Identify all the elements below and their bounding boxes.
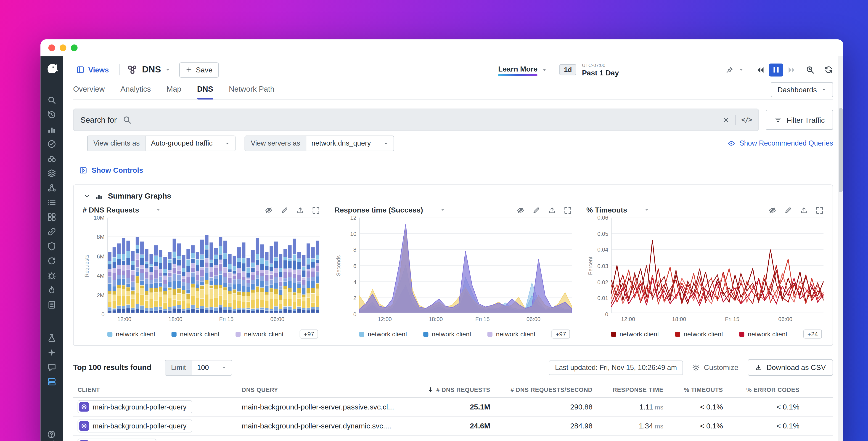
dns-query-cell[interactable]: mongo.default.svc.cluster.local [237,437,423,441]
export-graph-icon[interactable] [548,206,556,214]
legend-item[interactable]: network.client.... [611,331,666,337]
time-shortcut-chip[interactable]: 1d [559,64,576,76]
edit-graph-icon[interactable] [280,206,288,214]
help-icon[interactable] [48,430,56,439]
client-chip[interactable]: chaos-engineering [78,439,156,441]
col-nxdomain[interactable]: % NXDOMAI [804,383,833,397]
tab-overview[interactable]: Overview [73,85,104,99]
cluster-icon[interactable] [47,183,56,192]
chart-title-dropdown[interactable]: % Timeouts [586,206,649,214]
sparkle-icon[interactable] [47,348,56,357]
legend-item[interactable]: network.client.... [423,331,478,337]
search-icon[interactable] [47,95,56,105]
code-query-toggle[interactable]: </> [741,116,752,124]
chart-title-dropdown[interactable]: # DNS Requests [83,206,161,214]
chevron-down-icon[interactable] [739,67,744,72]
export-graph-icon[interactable] [296,206,304,214]
sync-icon[interactable] [47,256,56,265]
filter-traffic-button[interactable]: Filter Traffic [766,110,833,130]
page-title-group[interactable]: DNS [126,64,170,76]
col-error-codes[interactable]: % ERROR CODES [727,383,804,397]
chevron-down-icon[interactable] [644,207,649,212]
chevron-down-icon[interactable] [542,67,547,72]
fullscreen-graph-icon[interactable] [816,206,824,214]
list-icon[interactable] [47,198,56,207]
hide-graph-icon[interactable] [768,206,776,214]
vertical-scrollbar[interactable] [838,56,843,441]
dns-query-cell[interactable]: main-background-poller-server.passive.sv… [237,399,423,415]
window-minimize-button[interactable] [60,44,66,51]
sort-desc-icon[interactable] [427,386,434,393]
chart-plot-area[interactable] [611,217,824,314]
flame-icon[interactable] [47,286,56,295]
zoom-to-time-icon[interactable] [806,65,814,74]
clear-search-icon[interactable] [722,116,730,123]
col-response-time[interactable]: RESPONSE TIME [597,383,668,397]
refresh-icon[interactable] [824,65,833,74]
time-range-picker[interactable]: 1d UTC-07:00 Past 1 Day [555,61,748,78]
window-close-button[interactable] [49,44,55,51]
legend-item[interactable]: network.client.... [236,331,291,337]
views-button[interactable]: Views [73,63,112,76]
hide-graph-icon[interactable] [517,206,524,214]
chart-plot-area[interactable] [107,217,320,314]
legend-item[interactable]: network.client.... [739,331,795,337]
legend-overflow-badge[interactable]: +97 [552,329,570,339]
chevron-down-icon[interactable] [440,207,445,212]
watch-icon[interactable] [47,139,56,148]
limit-select[interactable]: 100 [192,360,231,375]
fast-forward-button[interactable] [787,66,796,74]
sidebar-help[interactable]: Help [46,430,57,441]
fullscreen-graph-icon[interactable] [564,206,571,214]
fullscreen-graph-icon[interactable] [312,206,320,214]
layers-icon[interactable] [47,169,56,178]
save-button[interactable]: Save [180,62,219,77]
show-recommended-queries-link[interactable]: Show Recommended Queries [727,139,833,147]
export-graph-icon[interactable] [800,206,808,214]
legend-overflow-badge[interactable]: +24 [804,329,822,339]
summary-graphs-header[interactable]: Summary Graphs [84,192,824,200]
window-zoom-button[interactable] [71,44,78,51]
dns-query-cell[interactable]: main-background-poller-server.dynamic.sv… [237,417,423,434]
tab-dns[interactable]: DNS [197,85,213,99]
pin-timeframe-icon[interactable] [726,66,733,74]
history-icon[interactable] [47,110,56,119]
view-clients-select[interactable]: Auto-grouped traffic [146,136,235,151]
download-csv-button[interactable]: Download as CSV [747,359,833,376]
legend-item[interactable]: network.client.... [675,331,730,337]
learn-more-link[interactable]: Learn More [498,65,537,75]
legend-item[interactable]: network.client.... [172,331,226,337]
collapse-chevron-icon[interactable] [84,193,90,199]
tab-map[interactable]: Map [166,85,181,99]
link-icon[interactable] [47,227,56,236]
graph-icon[interactable] [47,125,56,134]
window-titlebar[interactable] [40,39,843,56]
col-dns-requests[interactable]: # DNS REQUESTS [423,383,495,397]
legend-item[interactable]: network.client.... [488,331,542,337]
search-bar[interactable]: Search for </> [73,109,759,131]
shield-icon[interactable] [47,242,56,251]
legend-item[interactable]: network.client.... [107,331,162,337]
notebook-icon[interactable] [47,300,56,309]
table-row[interactable]: chaos-engineering mongo.default.svc.clus… [73,436,833,441]
tab-analytics[interactable]: Analytics [120,85,151,99]
chevron-down-icon[interactable] [165,67,170,72]
show-controls-link[interactable]: Show Controls [79,166,833,174]
view-servers-select[interactable]: network.dns_query [306,136,393,151]
binoculars-icon[interactable] [47,154,56,163]
chart-plot-area[interactable] [359,217,572,314]
table-row[interactable]: main-background-poller-query main-backgr… [73,417,833,436]
tab-network-path[interactable]: Network Path [229,85,274,99]
col-timeouts[interactable]: % TIMEOUTS [668,383,727,397]
search-input[interactable] [137,115,717,125]
rewind-button[interactable] [756,66,765,74]
hosts-icon[interactable] [47,377,56,386]
customize-button[interactable]: Customize [692,363,739,372]
legend-overflow-badge[interactable]: +97 [300,329,318,339]
client-chip[interactable]: main-background-poller-query [78,400,192,413]
edit-graph-icon[interactable] [784,206,792,214]
col-dns-query[interactable]: DNS QUERY [237,383,423,397]
legend-item[interactable]: network.client.... [359,331,414,337]
col-client[interactable]: CLIENT [73,383,237,397]
hide-graph-icon[interactable] [265,206,273,214]
